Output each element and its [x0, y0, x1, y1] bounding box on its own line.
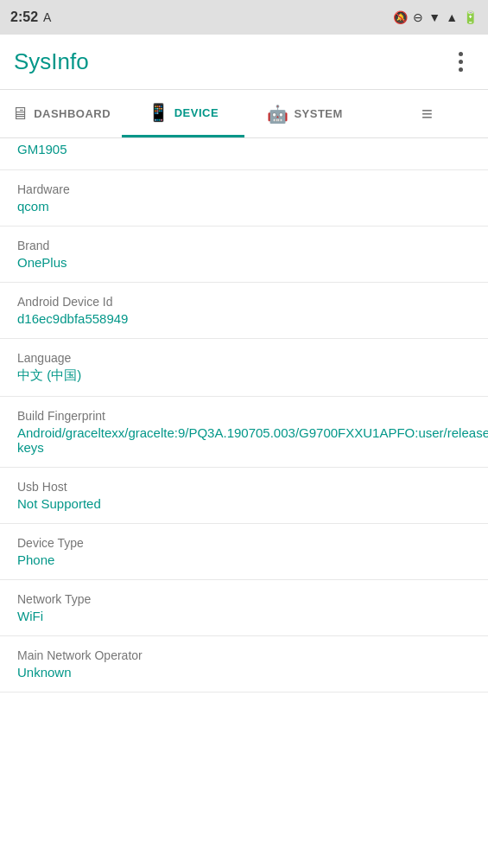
info-row: Main Network OperatorUnknown: [0, 636, 488, 692]
info-label: Usb Host: [17, 480, 471, 494]
info-row: Network TypeWiFi: [0, 580, 488, 636]
info-row: Device TypePhone: [0, 524, 488, 580]
dashboard-icon: 🖥: [11, 104, 29, 124]
more-icon: ≡: [421, 103, 433, 125]
info-value: Not Supported: [17, 496, 471, 511]
more-options-button[interactable]: [447, 48, 474, 76]
info-value: OnePlus: [17, 255, 471, 270]
tab-system[interactable]: 🤖 SYSTEM: [244, 90, 366, 137]
wifi-icon: ▼: [428, 10, 440, 24]
info-value: d16ec9dbfa558949: [17, 311, 471, 326]
info-label: Hardware: [17, 182, 471, 196]
info-label: Android Device Id: [17, 295, 471, 309]
status-time: 2:52: [10, 10, 38, 25]
info-row: Android Device Idd16ec9dbfa558949: [0, 283, 488, 339]
info-row: Usb HostNot Supported: [0, 468, 488, 524]
info-label: Network Type: [17, 592, 471, 606]
app-title: SysInfo: [14, 48, 89, 75]
app-bar: SysInfo: [0, 35, 488, 90]
device-icon: 📱: [148, 102, 169, 123]
info-row: Build FingerprintAndroid/graceltexx/grac…: [0, 397, 488, 468]
content-area: GM1905 HardwareqcomBrandOnePlusAndroid D…: [0, 138, 488, 868]
tab-system-label: SYSTEM: [294, 107, 342, 120]
info-row: Hardwareqcom: [0, 170, 488, 227]
info-label: Device Type: [17, 536, 471, 550]
info-value: Android/graceltexx/gracelte:9/PQ3A.19070…: [17, 425, 471, 455]
minus-circle-icon: ⊖: [413, 10, 423, 24]
partial-top-row: GM1905: [0, 138, 488, 170]
system-icon: 🤖: [267, 104, 288, 124]
signal-icon: ▲: [446, 10, 458, 24]
info-label: Main Network Operator: [17, 648, 471, 662]
battery-icon: 🔋: [463, 10, 478, 24]
partial-top-value: GM1905: [17, 142, 67, 156]
status-a-icon: A: [43, 10, 51, 24]
info-value: qcom: [17, 199, 471, 214]
info-value: Phone: [17, 552, 471, 567]
tab-bar: 🖥 DASHBOARD 📱 DEVICE 🤖 SYSTEM ≡: [0, 90, 488, 138]
status-bar: 2:52 A 🔕 ⊖ ▼ ▲ 🔋: [0, 0, 488, 35]
info-value: Unknown: [17, 665, 471, 680]
status-bar-left: 2:52 A: [10, 10, 51, 25]
tab-dashboard-label: DASHBOARD: [34, 107, 111, 120]
info-value: 中文 (中国): [17, 367, 471, 384]
tab-more[interactable]: ≡: [366, 90, 488, 137]
info-label: Language: [17, 351, 471, 365]
notifications-muted-icon: 🔕: [393, 10, 408, 24]
menu-dot-1: [459, 52, 463, 56]
info-rows-container: HardwareqcomBrandOnePlusAndroid Device I…: [0, 170, 488, 692]
menu-dot-2: [459, 60, 463, 64]
tab-device-label: DEVICE: [174, 106, 219, 119]
info-label: Brand: [17, 239, 471, 252]
info-row: BrandOnePlus: [0, 227, 488, 283]
info-row: Language中文 (中国): [0, 339, 488, 397]
info-value: WiFi: [17, 609, 471, 623]
info-label: Build Fingerprint: [17, 409, 471, 423]
tab-dashboard[interactable]: 🖥 DASHBOARD: [0, 90, 122, 137]
status-bar-right: 🔕 ⊖ ▼ ▲ 🔋: [393, 10, 478, 24]
tab-device[interactable]: 📱 DEVICE: [122, 90, 244, 137]
menu-dot-3: [459, 67, 463, 72]
